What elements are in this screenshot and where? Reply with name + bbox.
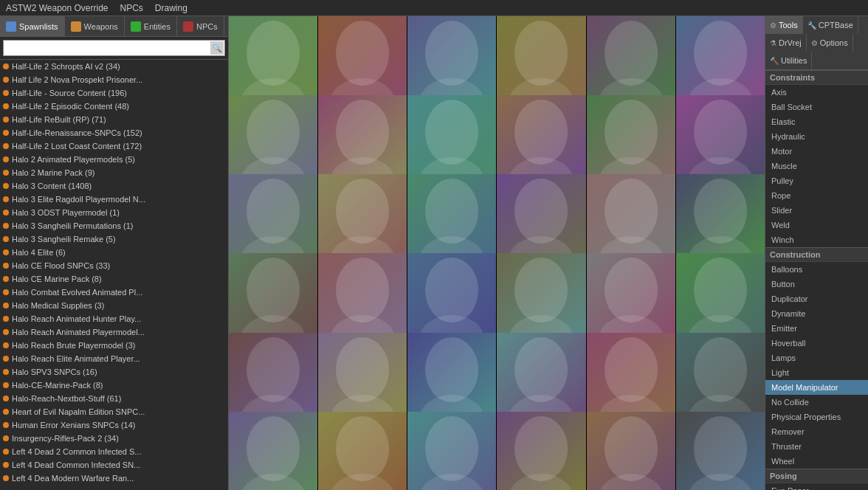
grid-cell[interactable] — [497, 412, 585, 490]
list-item[interactable]: Halo Reach Animated Hunter Play... — [0, 312, 228, 325]
tools-tab-drvrej[interactable]: ⚗ DrVrej — [765, 34, 807, 52]
tool-item[interactable]: Thruster — [765, 439, 868, 454]
tool-item[interactable]: Button — [765, 277, 868, 291]
grid-cell[interactable] — [497, 333, 585, 421]
grid-cell[interactable] — [407, 333, 496, 421]
tool-item[interactable]: Eye Poser — [765, 483, 868, 490]
list-item[interactable]: Halo CE Flood SNPCs (33) — [0, 259, 228, 272]
grid-cell[interactable] — [676, 412, 765, 490]
list-item[interactable]: Heart of Evil Napalm Edition SNPC... — [0, 405, 228, 418]
tool-item[interactable]: Wheel — [765, 454, 868, 469]
list-item[interactable]: Halo Reach Animated Playermodel... — [0, 325, 228, 339]
grid-cell[interactable] — [229, 174, 317, 263]
list-item[interactable]: Half-Life ReBuilt (RP) (71) — [0, 113, 228, 126]
tool-item[interactable]: Dynamite — [765, 306, 868, 321]
grid-cell[interactable] — [318, 412, 407, 490]
tools-tab-utilities[interactable]: 🔨 Utilities — [765, 52, 812, 69]
grid-cell[interactable] — [587, 16, 675, 105]
grid-cell[interactable] — [318, 95, 407, 184]
grid-cell[interactable] — [407, 253, 496, 342]
grid-cell[interactable] — [407, 16, 496, 105]
tool-item[interactable]: No Collide — [765, 395, 868, 410]
list-item[interactable]: Insurgency-Rifles-Pack 2 (34) — [0, 432, 228, 445]
tab-entities[interactable]: Entities — [125, 16, 177, 37]
tool-item[interactable]: Lamps — [765, 351, 868, 365]
tool-item[interactable]: Light — [765, 365, 868, 380]
tool-item[interactable]: Balloons — [765, 262, 868, 277]
list-item[interactable]: Left 4 Dead Common Infected SN... — [0, 458, 228, 472]
grid-cell[interactable] — [229, 16, 317, 105]
grid-cell[interactable] — [676, 16, 765, 105]
grid-cell[interactable] — [229, 412, 317, 490]
tool-item[interactable]: Weld — [765, 218, 868, 232]
list-item[interactable]: Half-Life - Source Content (196) — [0, 86, 228, 100]
grid-cell[interactable] — [497, 95, 585, 184]
tool-item[interactable]: Model Manipulator — [765, 380, 868, 395]
list-item[interactable]: Halo 3 Elite Ragdoll Playermodel N... — [0, 193, 228, 206]
tool-item[interactable]: Elastic — [765, 114, 868, 129]
grid-cell[interactable] — [497, 16, 585, 105]
grid-cell[interactable] — [587, 333, 675, 421]
list-item[interactable]: Half-Life-Renaissance-SNPCs (152) — [0, 126, 228, 139]
grid-cell[interactable] — [587, 412, 675, 490]
grid-cell[interactable] — [587, 253, 675, 342]
menu-item-astw2[interactable]: ASTW2 Weapon Override — [6, 3, 108, 13]
grid-cell[interactable] — [229, 95, 317, 184]
tool-item[interactable]: Pulley — [765, 173, 868, 188]
list-item[interactable]: Left 4 Dead 2 Common Infected S... — [0, 445, 228, 458]
menu-item-npcs[interactable]: NPCs — [120, 3, 143, 13]
tools-tab-options[interactable]: ⚙ Options — [807, 34, 853, 52]
grid-cell[interactable] — [229, 253, 317, 342]
grid-cell[interactable] — [676, 333, 765, 421]
list-item[interactable]: Half Life 2 Nova Prospekt Prisoner... — [0, 73, 228, 86]
grid-cell[interactable] — [407, 95, 496, 184]
tool-item[interactable]: Duplicator — [765, 291, 868, 306]
list-item[interactable]: Halo-CE-Marine-Pack (8) — [0, 379, 228, 392]
grid-cell[interactable] — [407, 174, 496, 263]
list-item[interactable]: Halo 4 Elite (6) — [0, 246, 228, 259]
list-item[interactable]: Halo Reach Brute Playermodel (3) — [0, 339, 228, 352]
grid-cell[interactable] — [318, 253, 407, 342]
grid-cell[interactable] — [318, 333, 407, 421]
grid-cell[interactable] — [587, 95, 675, 184]
search-button[interactable]: 🔍 — [210, 41, 224, 55]
grid-cell[interactable] — [497, 253, 585, 342]
list-item[interactable]: Halo 3 Sangheili Remake (5) — [0, 232, 228, 246]
tools-tab-cptbase[interactable]: 🔧 CPTBase — [803, 16, 858, 34]
grid-cell[interactable] — [676, 253, 765, 342]
list-item[interactable]: Halo Combat Evolved Animated Pl... — [0, 286, 228, 299]
list-item[interactable]: Half-Life 2 Lost Coast Content (172) — [0, 139, 228, 153]
spawnlist[interactable]: Half-Life 2 Schropts AI v2 (34)Half Life… — [0, 60, 228, 490]
tab-weapons[interactable]: Weapons — [65, 16, 125, 37]
tool-item[interactable]: Slider — [765, 203, 868, 218]
grid-cell[interactable] — [318, 174, 407, 263]
list-item[interactable]: Human Error Xenians SNPCs (14) — [0, 418, 228, 432]
grid-cell[interactable] — [229, 333, 317, 421]
list-item[interactable]: Half-Life 2 Episodic Content (48) — [0, 100, 228, 113]
tool-item[interactable]: Motor — [765, 144, 868, 159]
tool-item[interactable]: Rope — [765, 188, 868, 203]
grid-cell[interactable] — [587, 174, 675, 263]
tool-item[interactable]: Remover — [765, 424, 868, 439]
list-item[interactable]: Halo CE Marine Pack (8) — [0, 272, 228, 286]
list-item[interactable]: Left 4 Dea Modern Warfare Ran... — [0, 472, 228, 485]
grid-cell[interactable] — [676, 174, 765, 263]
list-item[interactable]: Halo 3 Sangheili Permutations (1) — [0, 219, 228, 232]
list-item[interactable]: Halo 3 ODST Playermodel (1) — [0, 206, 228, 219]
list-item[interactable]: Halo 2 Animated Playermodels (5) — [0, 153, 228, 166]
tool-item[interactable]: Winch — [765, 232, 868, 247]
list-item[interactable]: Halo 2 Marine Pack (9) — [0, 166, 228, 179]
list-item[interactable]: Halo-Reach-Nextbot-Stuff (61) — [0, 392, 228, 405]
search-input[interactable] — [3, 40, 225, 56]
list-item[interactable]: Halo SPV3 SNPCs (16) — [0, 365, 228, 379]
tool-item[interactable]: Muscle — [765, 159, 868, 173]
tab-npcs[interactable]: NPCs — [177, 16, 224, 37]
menu-item-drawing[interactable]: Drawing — [155, 3, 187, 13]
tool-item[interactable]: Axis — [765, 85, 868, 100]
tool-item[interactable]: Emitter — [765, 321, 868, 336]
list-item[interactable]: Half-Life 2 Schropts AI v2 (34) — [0, 60, 228, 73]
grid-cell[interactable] — [407, 412, 496, 490]
grid-cell[interactable] — [676, 95, 765, 184]
list-item[interactable]: Halo Medical Supplies (3) — [0, 299, 228, 312]
tool-item[interactable]: Hoverball — [765, 336, 868, 351]
